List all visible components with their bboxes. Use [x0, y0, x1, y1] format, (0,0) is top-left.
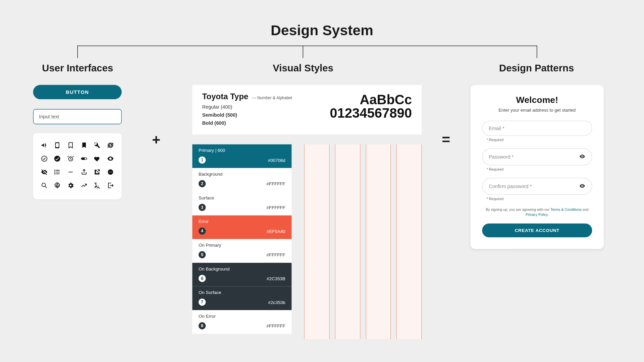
- spacing-guide: [304, 144, 422, 339]
- design-patterns-column: Welcome! Enter your email address to get…: [471, 85, 604, 249]
- more-horiz-icon: [107, 169, 114, 178]
- color-swatch: 7: [199, 299, 206, 306]
- color-swatch: 1: [199, 157, 206, 164]
- create-account-button[interactable]: CREATE ACCOUNT: [482, 224, 592, 237]
- color-name: On Surface: [199, 290, 285, 295]
- color-row: On Primary5#FFFFFF: [192, 239, 291, 263]
- spacer-col: [335, 144, 360, 339]
- typeface-sub: — Number & Alphabet: [252, 96, 292, 100]
- smartphone-icon: [54, 142, 61, 151]
- color-row: Surface3#FFFFFF: [192, 192, 291, 216]
- settings-icon: [67, 182, 74, 191]
- color-swatch: 2: [199, 180, 206, 187]
- color-name: On Error: [199, 314, 285, 319]
- page-title: Design System: [0, 22, 644, 39]
- color-hex: #00708d: [268, 158, 285, 163]
- spacer-col: [396, 144, 422, 339]
- check-circle-outline-icon: [41, 155, 48, 164]
- color-hex: #FFFFFF: [266, 252, 285, 257]
- toggle-on-icon: [80, 155, 88, 164]
- terms-link[interactable]: Terms & Conditions: [550, 208, 581, 212]
- svg-point-13: [42, 183, 46, 187]
- form-title: Welcome!: [482, 95, 592, 105]
- visibility-icon[interactable]: [579, 183, 586, 190]
- svg-point-4: [85, 158, 86, 160]
- svg-point-14: [57, 185, 58, 186]
- typeface-name: Toyota Type: [202, 92, 249, 101]
- icon-palette-card: [33, 133, 122, 199]
- search-icon: [41, 182, 48, 191]
- svg-point-1: [54, 156, 60, 162]
- color-swatch: 8: [199, 322, 206, 329]
- color-palette: Primary | 6001#00708dBackground2#FFFFFFS…: [192, 144, 291, 339]
- spacer-col: [366, 144, 391, 339]
- svg-point-11: [110, 172, 111, 172]
- typography-card: Toyota Type — Number & Alphabet Regular …: [192, 85, 422, 134]
- weight-semibold: Semibold (500): [202, 112, 292, 118]
- plus-operator: +: [152, 131, 160, 148]
- type-sample-num: 01234567890: [330, 106, 412, 121]
- email-field[interactable]: Email *: [482, 121, 592, 136]
- required-hint: * Required: [487, 197, 592, 201]
- color-swatch: 3: [199, 204, 206, 211]
- color-swatch: 5: [199, 251, 206, 258]
- svg-point-7: [55, 172, 55, 172]
- list-icon: [54, 169, 61, 178]
- color-row: On Surface7#2c353b: [192, 287, 291, 310]
- logout-icon: [107, 182, 114, 191]
- color-row: On Error8#FFFFFF: [192, 310, 291, 334]
- password-placeholder: Password *: [489, 154, 514, 160]
- type-sample-alpha: AaBbCc: [330, 92, 412, 107]
- column-header-vs: Visual Styles: [273, 63, 333, 74]
- check-circle-icon: [54, 155, 61, 164]
- visibility-icon: [107, 155, 114, 164]
- trending-icon: [80, 182, 88, 191]
- alarm-icon: [67, 155, 74, 164]
- weight-bold: Bold (600): [202, 120, 292, 126]
- color-name: On Background: [199, 266, 285, 272]
- ios-share-icon: [80, 169, 88, 178]
- sample-input[interactable]: Input text: [33, 109, 122, 124]
- signup-form-card: Welcome! Enter your email address to get…: [471, 85, 604, 249]
- required-hint: * Required: [487, 138, 592, 142]
- visibility-icon[interactable]: [579, 153, 586, 160]
- open-in-new-icon: [94, 169, 101, 178]
- remove-icon: [67, 169, 74, 178]
- user-interfaces-column: BUTTON Input text: [33, 85, 122, 199]
- email-placeholder: Email *: [489, 126, 504, 131]
- spacer-col: [304, 144, 330, 339]
- campaign-icon: [41, 142, 48, 151]
- color-name: Primary | 600: [199, 148, 285, 153]
- color-row: On Background6#2C353B: [192, 263, 291, 287]
- bookmark-icon: [80, 142, 88, 151]
- translate-icon: [94, 182, 101, 191]
- equals-operator: =: [442, 131, 450, 148]
- svg-point-10: [109, 172, 110, 172]
- column-header-ui: User Interfaces: [42, 63, 113, 74]
- connector-bracket: [77, 46, 537, 59]
- sync-icon: [107, 142, 114, 151]
- sample-button[interactable]: BUTTON: [33, 85, 122, 99]
- color-hex: #FFFFFF: [266, 205, 285, 210]
- svg-point-5: [110, 158, 111, 160]
- color-name: Surface: [199, 195, 285, 200]
- svg-point-6: [55, 170, 55, 171]
- confirm-password-field[interactable]: Confirm password *: [482, 178, 592, 195]
- color-swatch: 4: [199, 228, 206, 235]
- password-field[interactable]: Password *: [482, 148, 592, 166]
- confirm-placeholder: Confirm password *: [489, 184, 532, 189]
- required-hint: * Required: [487, 168, 592, 172]
- form-subtitle: Enter your email address to get started: [482, 108, 592, 113]
- privacy-link[interactable]: Privacy Policy: [526, 213, 548, 217]
- color-name: On Primary: [199, 243, 285, 248]
- color-swatch: 6: [199, 275, 206, 282]
- build-icon: [94, 142, 101, 151]
- color-name: Background: [199, 172, 285, 177]
- terms-text: By signing up, you are agreeing with our…: [482, 207, 592, 218]
- svg-point-8: [55, 174, 55, 174]
- weight-regular: Regular (400): [202, 104, 292, 110]
- svg-point-12: [111, 172, 112, 172]
- settings-outline-icon: [54, 182, 61, 191]
- visibility-off-icon: [41, 169, 48, 178]
- color-hex: #FFFFFF: [266, 323, 285, 328]
